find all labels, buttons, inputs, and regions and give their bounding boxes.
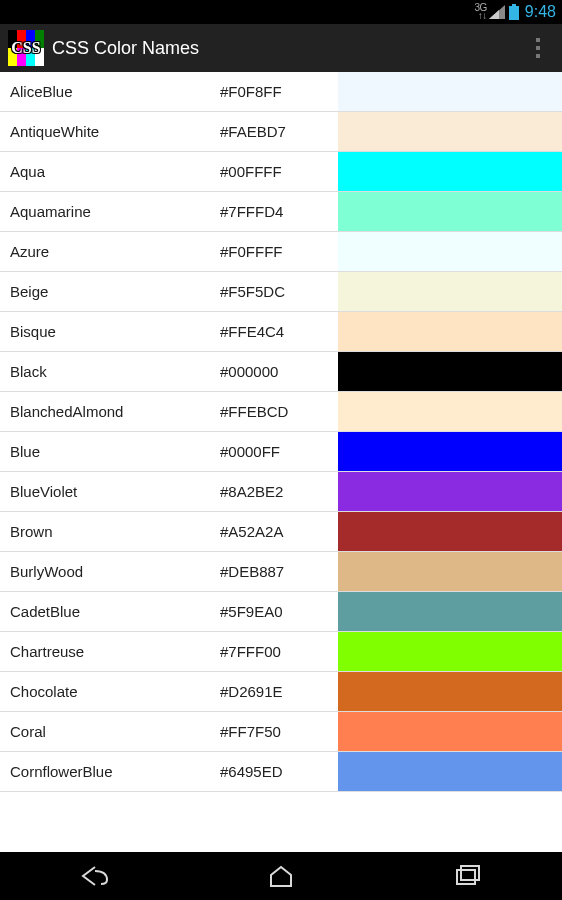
color-name: Coral [0,723,220,740]
back-icon [77,864,111,888]
color-hex: #FAEBD7 [220,123,338,140]
color-row[interactable]: Blue#0000FF [0,432,562,472]
color-row[interactable]: Chartreuse#7FFF00 [0,632,562,672]
color-hex: #A52A2A [220,523,338,540]
color-row[interactable]: CornflowerBlue#6495ED [0,752,562,792]
signal-icon [489,5,505,19]
color-name: Aquamarine [0,203,220,220]
color-name: Beige [0,283,220,300]
color-row[interactable]: Black#000000 [0,352,562,392]
svg-rect-3 [509,6,519,20]
network-3g-label: 3G ↑↓ [475,4,487,20]
color-swatch [338,272,562,311]
color-hex: #FF7F50 [220,723,338,740]
color-name: Azure [0,243,220,260]
color-row[interactable]: BurlyWood#DEB887 [0,552,562,592]
color-hex: #D2691E [220,683,338,700]
home-icon [268,864,294,888]
color-hex: #F0F8FF [220,83,338,100]
color-name: CornflowerBlue [0,763,220,780]
color-row[interactable]: AntiqueWhite#FAEBD7 [0,112,562,152]
color-name: Aqua [0,163,220,180]
color-hex: #7FFF00 [220,643,338,660]
color-row[interactable]: Aquamarine#7FFFD4 [0,192,562,232]
svg-rect-6 [461,866,479,880]
color-row[interactable]: BlanchedAlmond#FFEBCD [0,392,562,432]
color-swatch [338,512,562,551]
recents-button[interactable] [408,852,528,900]
color-row[interactable]: Beige#F5F5DC [0,272,562,312]
app-title: CSS Color Names [52,38,514,59]
color-swatch [338,712,562,751]
color-hex: #00FFFF [220,163,338,180]
action-bar: CSS CSS Color Names [0,24,562,72]
color-name: CadetBlue [0,603,220,620]
color-hex: #FFEBCD [220,403,338,420]
svg-rect-5 [457,870,475,884]
color-swatch [338,312,562,351]
home-button[interactable] [221,852,341,900]
color-hex: #F0FFFF [220,243,338,260]
color-row[interactable]: Bisque#FFE4C4 [0,312,562,352]
color-swatch [338,232,562,271]
color-hex: #7FFFD4 [220,203,338,220]
color-hex: #0000FF [220,443,338,460]
color-name: Chartreuse [0,643,220,660]
color-row[interactable]: Coral#FF7F50 [0,712,562,752]
battery-icon [509,4,519,20]
color-name: AliceBlue [0,83,220,100]
color-swatch [338,472,562,511]
color-name: AntiqueWhite [0,123,220,140]
color-row[interactable]: CadetBlue#5F9EA0 [0,592,562,632]
color-swatch [338,432,562,471]
color-name: Chocolate [0,683,220,700]
color-hex: #8A2BE2 [220,483,338,500]
color-swatch [338,352,562,391]
color-hex: #000000 [220,363,338,380]
color-swatch [338,392,562,431]
color-name: Bisque [0,323,220,340]
color-swatch [338,112,562,151]
color-row[interactable]: Brown#A52A2A [0,512,562,552]
color-name: BlueViolet [0,483,220,500]
color-list[interactable]: AliceBlue#F0F8FFAntiqueWhite#FAEBD7Aqua#… [0,72,562,852]
overflow-icon [536,36,540,60]
app-icon: CSS [8,30,44,66]
color-name: BurlyWood [0,563,220,580]
color-row[interactable]: Azure#F0FFFF [0,232,562,272]
status-bar: 3G ↑↓ 9:48 [0,0,562,24]
color-row[interactable]: BlueViolet#8A2BE2 [0,472,562,512]
color-swatch [338,72,562,111]
color-hex: #FFE4C4 [220,323,338,340]
svg-marker-4 [271,867,291,886]
color-hex: #5F9EA0 [220,603,338,620]
color-swatch [338,672,562,711]
color-swatch [338,552,562,591]
navigation-bar [0,852,562,900]
overflow-menu-button[interactable] [522,36,554,60]
color-swatch [338,752,562,791]
color-name: BlanchedAlmond [0,403,220,420]
color-hex: #DEB887 [220,563,338,580]
color-swatch [338,632,562,671]
svg-rect-2 [512,4,516,6]
svg-marker-1 [489,10,499,19]
color-name: Black [0,363,220,380]
color-name: Blue [0,443,220,460]
color-name: Brown [0,523,220,540]
status-clock: 9:48 [525,3,556,21]
color-row[interactable]: Chocolate#D2691E [0,672,562,712]
back-button[interactable] [34,852,154,900]
color-row[interactable]: AliceBlue#F0F8FF [0,72,562,112]
recents-icon [454,864,482,888]
color-swatch [338,592,562,631]
color-hex: #6495ED [220,763,338,780]
color-hex: #F5F5DC [220,283,338,300]
color-swatch [338,192,562,231]
color-row[interactable]: Aqua#00FFFF [0,152,562,192]
color-swatch [338,152,562,191]
